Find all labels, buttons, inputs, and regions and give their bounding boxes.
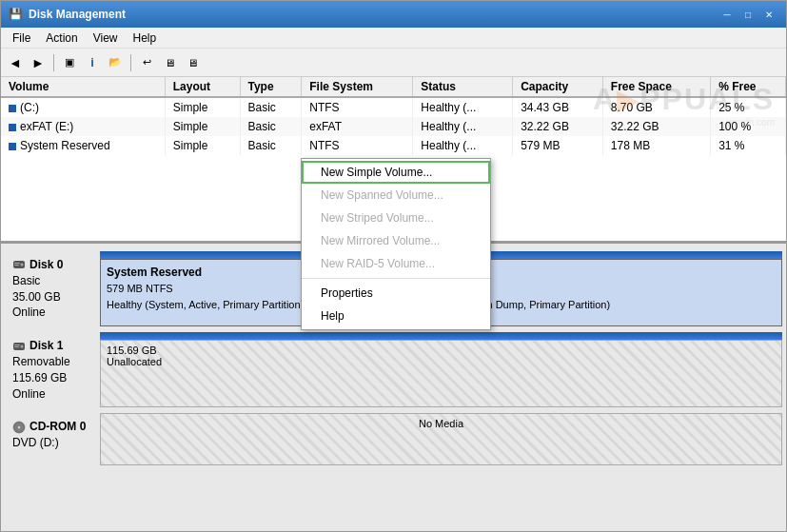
cell-free: 8.70 GB [602, 97, 710, 117]
cell-capacity: 34.43 GB [513, 97, 603, 117]
svg-point-9 [18, 425, 21, 428]
disk1-icon [12, 340, 26, 353]
cell-free: 178 MB [602, 136, 710, 155]
toolbar-separator-1 [53, 54, 54, 71]
partition-system-reserved-health: Healthy (System, Active, Primary Partiti… [107, 297, 332, 313]
unallocated-label: Unallocated [107, 356, 776, 367]
ctx-help[interactable]: Help [302, 305, 490, 327]
toolbar-btn-5[interactable]: 📂 [105, 52, 126, 73]
ctx-separator [302, 278, 490, 279]
ctx-new-striped-volume[interactable]: New Striped Volume... [302, 207, 490, 229]
disk1-title: Disk 1 [12, 338, 92, 354]
cell-volume: exFAT (E:) [1, 117, 165, 136]
disk0-name: Disk 0 [30, 257, 63, 273]
window-controls: ─ □ ✕ [718, 6, 778, 23]
cell-free: 32.22 GB [602, 117, 710, 136]
cell-type: Basic [240, 117, 302, 136]
table-row[interactable]: (C:) Simple Basic NTFS Healthy (... 34.4… [1, 97, 786, 117]
cell-type: Basic [240, 97, 302, 117]
col-capacity: Capacity [513, 77, 603, 97]
toolbar-separator-2 [130, 54, 131, 71]
menu-action[interactable]: Action [38, 30, 85, 46]
ctx-new-mirrored-volume[interactable]: New Mirrored Volume... [302, 229, 490, 252]
context-menu: New Simple Volume... New Spanned Volume.… [301, 158, 491, 330]
cdrom0-name: CD-ROM 0 [30, 419, 86, 435]
disk0-size: 35.00 GB [12, 289, 92, 305]
disk1-bar-top [100, 332, 782, 340]
cell-pct: 31 % [711, 136, 786, 155]
disk0-label: Disk 0 Basic 35.00 GB Online [5, 251, 100, 326]
minimize-button[interactable]: ─ [718, 6, 737, 23]
toolbar-btn-7[interactable]: 🖥 [159, 52, 180, 73]
main-content: A▶PPUALS wsxdn.com Volume Layout Type Fi… [1, 77, 786, 531]
col-layout: Layout [165, 77, 240, 97]
disk0-type: Basic [12, 273, 92, 289]
disk1-name: Disk 1 [30, 338, 63, 354]
col-volume: Volume [1, 77, 165, 97]
disk1-type: Removable [12, 354, 92, 370]
partition-system-reserved-size: 579 MB NTFS [107, 281, 332, 297]
table-row[interactable]: System Reserved Simple Basic NTFS Health… [1, 136, 786, 155]
cell-status: Healthy (... [413, 136, 513, 155]
svg-rect-2 [14, 263, 20, 264]
disk-management-window: 💾 Disk Management ─ □ ✕ File Action View… [0, 0, 787, 532]
ctx-new-raid5-volume[interactable]: New RAID-5 Volume... [302, 252, 490, 275]
toolbar: ◄ ► ▣ i 📂 ↩ 🖥 🖥 [1, 49, 786, 77]
disk1-status: Online [12, 386, 92, 403]
table-row[interactable]: exFAT (E:) Simple Basic exFAT Healthy (.… [1, 117, 786, 136]
menu-view[interactable]: View [86, 30, 126, 46]
col-pctfree: % Free [711, 77, 786, 97]
cell-capacity: 32.22 GB [513, 117, 603, 136]
disk1-label: Disk 1 Removable 115.69 GB Online [5, 332, 100, 407]
disk0-icon [12, 258, 26, 271]
disk1-size: 115.69 GB [12, 370, 92, 386]
maximize-button[interactable]: □ [738, 6, 757, 23]
cdrom0-row: CD-ROM 0 DVD (D:) No Media [5, 413, 782, 465]
disk1-partitions: 115.69 GB Unallocated [100, 332, 782, 407]
svg-point-1 [21, 264, 24, 266]
ctx-new-simple-volume[interactable]: New Simple Volume... [302, 161, 490, 184]
cdrom0-icon [12, 421, 26, 434]
partition-system-reserved-name: System Reserved [107, 264, 332, 281]
partition-unallocated[interactable]: 115.69 GB Unallocated [100, 340, 782, 407]
cell-status: Healthy (... [413, 117, 513, 136]
svg-rect-7 [14, 346, 19, 347]
cell-type: Basic [240, 136, 302, 155]
cdrom0-label: CD-ROM 0 DVD (D:) [5, 413, 100, 465]
cdrom0-type: DVD (D:) [12, 435, 92, 451]
forward-button[interactable]: ► [28, 52, 49, 73]
cell-volume: System Reserved [1, 136, 165, 155]
col-type: Type [240, 77, 302, 97]
cell-fs: exFAT [302, 117, 413, 136]
menu-file[interactable]: File [5, 30, 38, 46]
cell-layout: Simple [165, 97, 240, 117]
disk0-title: Disk 0 [12, 257, 92, 273]
col-filesystem: File System [302, 77, 413, 97]
svg-rect-6 [14, 345, 20, 345]
volume-table: Volume Layout Type File System Status Ca… [1, 77, 786, 155]
cdrom0-nomedia: No Media [419, 418, 463, 429]
toolbar-btn-6[interactable]: ↩ [136, 52, 157, 73]
cell-pct: 100 % [711, 117, 786, 136]
title-bar: 💾 Disk Management ─ □ ✕ [1, 1, 786, 28]
close-button[interactable]: ✕ [759, 6, 778, 23]
svg-rect-3 [14, 265, 19, 266]
menu-help[interactable]: Help [126, 30, 165, 46]
window-icon: 💾 [9, 8, 23, 21]
cell-fs: NTFS [302, 97, 413, 117]
back-button[interactable]: ◄ [5, 52, 26, 73]
ctx-new-spanned-volume[interactable]: New Spanned Volume... [302, 184, 490, 207]
window-title: Disk Management [29, 8, 126, 21]
disk0-status: Online [12, 305, 92, 321]
toolbar-btn-8[interactable]: 🖥 [182, 52, 203, 73]
toolbar-btn-4[interactable]: i [82, 52, 103, 73]
svg-point-5 [21, 345, 24, 347]
menu-bar: File Action View Help [1, 28, 786, 49]
cell-fs: NTFS [302, 136, 413, 155]
cell-status: Healthy (... [413, 97, 513, 117]
disk1-partition-row: 115.69 GB Unallocated [100, 340, 782, 407]
ctx-properties[interactable]: Properties [302, 282, 490, 305]
col-freespace: Free Space [602, 77, 710, 97]
cell-layout: Simple [165, 117, 240, 136]
toolbar-btn-3[interactable]: ▣ [59, 52, 80, 73]
